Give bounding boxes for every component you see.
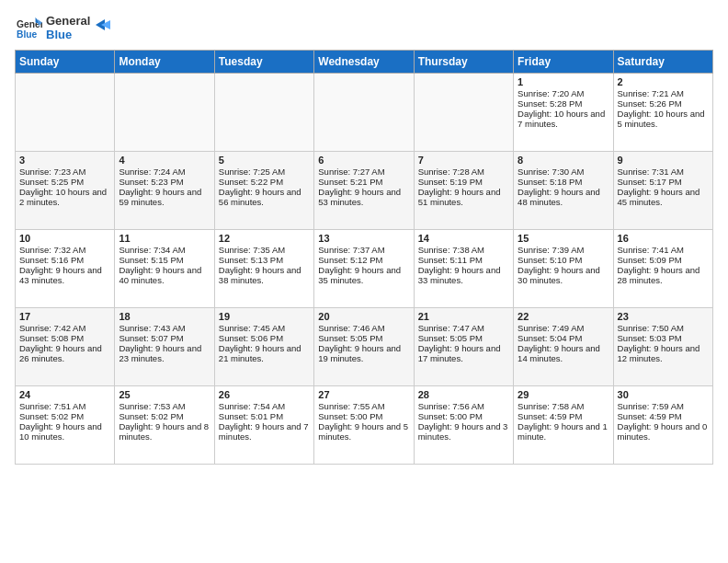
day-number: 7	[418, 155, 509, 166]
day-info: Daylight: 9 hours and 28 minutes.	[618, 265, 709, 285]
day-number: 17	[19, 311, 110, 322]
day-info: Sunset: 5:19 PM	[418, 177, 509, 187]
calendar-week-5: 24Sunrise: 7:51 AMSunset: 5:02 PMDayligh…	[16, 385, 713, 464]
calendar-cell: 6Sunrise: 7:27 AMSunset: 5:21 PMDaylight…	[314, 151, 414, 229]
day-info: Daylight: 9 hours and 10 minutes.	[19, 421, 110, 442]
day-info: Daylight: 9 hours and 14 minutes.	[518, 343, 609, 363]
day-number: 9	[618, 155, 709, 166]
day-number: 13	[318, 233, 409, 244]
day-number: 3	[19, 155, 110, 166]
day-info: Sunset: 5:17 PM	[618, 177, 709, 187]
calendar-cell: 8Sunrise: 7:30 AMSunset: 5:18 PMDaylight…	[514, 151, 613, 229]
day-info: Daylight: 9 hours and 40 minutes.	[119, 265, 210, 285]
calendar-cell: 14Sunrise: 7:38 AMSunset: 5:11 PMDayligh…	[414, 229, 513, 307]
calendar-cell: 11Sunrise: 7:34 AMSunset: 5:15 PMDayligh…	[115, 229, 214, 307]
calendar-cell: 12Sunrise: 7:35 AMSunset: 5:13 PMDayligh…	[214, 229, 313, 307]
day-info: Daylight: 9 hours and 5 minutes.	[318, 421, 409, 442]
day-info: Sunrise: 7:47 AM	[418, 323, 509, 333]
day-info: Sunrise: 7:59 AM	[618, 401, 709, 411]
day-info: Sunset: 5:10 PM	[518, 255, 609, 265]
day-number: 29	[518, 389, 609, 400]
day-info: Daylight: 9 hours and 1 minute.	[518, 421, 609, 442]
day-number: 23	[618, 311, 709, 322]
calendar-week-4: 17Sunrise: 7:42 AMSunset: 5:08 PMDayligh…	[16, 307, 713, 385]
day-info: Sunset: 5:13 PM	[219, 255, 310, 265]
day-number: 12	[219, 233, 310, 244]
day-info: Sunrise: 7:28 AM	[418, 167, 509, 177]
day-number: 24	[19, 389, 110, 400]
day-info: Daylight: 9 hours and 56 minutes.	[219, 187, 310, 207]
day-info: Daylight: 9 hours and 26 minutes.	[19, 343, 110, 363]
calendar-cell: 25Sunrise: 7:53 AMSunset: 5:02 PMDayligh…	[115, 385, 214, 464]
calendar-cell: 20Sunrise: 7:46 AMSunset: 5:05 PMDayligh…	[314, 307, 414, 385]
calendar-cell: 24Sunrise: 7:51 AMSunset: 5:02 PMDayligh…	[16, 385, 115, 464]
calendar-cell: 28Sunrise: 7:56 AMSunset: 5:00 PMDayligh…	[414, 385, 513, 464]
day-number: 6	[318, 155, 409, 166]
day-number: 10	[19, 233, 110, 244]
calendar-cell: 22Sunrise: 7:49 AMSunset: 5:04 PMDayligh…	[514, 307, 613, 385]
day-info: Sunset: 5:18 PM	[518, 177, 609, 187]
day-info: Sunrise: 7:56 AM	[418, 401, 509, 411]
day-info: Daylight: 9 hours and 59 minutes.	[119, 187, 210, 207]
calendar-table: SundayMondayTuesdayWednesdayThursdayFrid…	[15, 50, 713, 465]
day-number: 21	[418, 311, 509, 322]
day-info: Sunset: 5:02 PM	[119, 411, 210, 421]
day-number: 8	[518, 155, 609, 166]
day-info: Sunset: 5:00 PM	[318, 411, 409, 421]
logo-general: General	[46, 14, 90, 28]
day-info: Sunrise: 7:31 AM	[618, 167, 709, 177]
logo-icon: General Blue	[17, 16, 42, 41]
day-info: Sunset: 5:22 PM	[219, 177, 310, 187]
day-info: Daylight: 9 hours and 19 minutes.	[318, 343, 409, 363]
day-info: Sunset: 5:05 PM	[418, 333, 509, 343]
day-number: 28	[418, 389, 509, 400]
page-header: General Blue General Blue	[15, 15, 713, 42]
day-number: 30	[618, 389, 709, 400]
calendar-cell: 19Sunrise: 7:45 AMSunset: 5:06 PMDayligh…	[214, 307, 313, 385]
day-info: Daylight: 9 hours and 43 minutes.	[19, 265, 110, 285]
calendar-cell: 3Sunrise: 7:23 AMSunset: 5:25 PMDaylight…	[16, 151, 115, 229]
calendar-cell	[115, 73, 214, 151]
day-number: 1	[518, 76, 609, 87]
calendar-cell: 9Sunrise: 7:31 AMSunset: 5:17 PMDaylight…	[613, 151, 712, 229]
day-info: Sunset: 5:12 PM	[318, 255, 409, 265]
svg-text:Blue: Blue	[17, 29, 38, 40]
day-info: Sunrise: 7:23 AM	[19, 167, 110, 177]
calendar-cell	[214, 73, 313, 151]
day-info: Sunrise: 7:50 AM	[618, 323, 709, 333]
day-info: Daylight: 10 hours and 7 minutes.	[518, 109, 609, 129]
day-number: 26	[219, 389, 310, 400]
day-info: Sunrise: 7:51 AM	[19, 401, 110, 411]
calendar-cell: 5Sunrise: 7:25 AMSunset: 5:22 PMDaylight…	[214, 151, 313, 229]
day-info: Sunset: 5:26 PM	[618, 98, 709, 109]
day-info: Sunrise: 7:38 AM	[418, 245, 509, 255]
day-number: 18	[119, 311, 210, 322]
col-header-wednesday: Wednesday	[314, 50, 414, 73]
day-info: Sunset: 5:00 PM	[418, 411, 509, 421]
day-info: Sunset: 5:15 PM	[119, 255, 210, 265]
calendar-cell: 26Sunrise: 7:54 AMSunset: 5:01 PMDayligh…	[214, 385, 313, 464]
day-number: 16	[618, 233, 709, 244]
day-info: Sunset: 5:28 PM	[518, 98, 609, 109]
day-info: Sunrise: 7:30 AM	[518, 167, 609, 177]
logo-blue: Blue	[46, 28, 72, 41]
day-info: Sunset: 4:59 PM	[618, 411, 709, 421]
day-info: Daylight: 9 hours and 33 minutes.	[418, 265, 509, 285]
calendar-week-3: 10Sunrise: 7:32 AMSunset: 5:16 PMDayligh…	[16, 229, 713, 307]
day-info: Daylight: 9 hours and 21 minutes.	[219, 343, 310, 363]
day-info: Sunset: 5:16 PM	[19, 255, 110, 265]
day-info: Sunrise: 7:55 AM	[318, 401, 409, 411]
day-info: Sunset: 5:03 PM	[618, 333, 709, 343]
calendar-cell: 13Sunrise: 7:37 AMSunset: 5:12 PMDayligh…	[314, 229, 414, 307]
calendar-cell: 23Sunrise: 7:50 AMSunset: 5:03 PMDayligh…	[613, 307, 712, 385]
logo: General Blue General Blue	[15, 15, 110, 42]
calendar-cell: 17Sunrise: 7:42 AMSunset: 5:08 PMDayligh…	[16, 307, 115, 385]
day-info: Daylight: 9 hours and 17 minutes.	[418, 343, 509, 363]
calendar-cell: 18Sunrise: 7:43 AMSunset: 5:07 PMDayligh…	[115, 307, 214, 385]
logo-arrow-icon	[92, 16, 110, 34]
day-info: Sunset: 5:02 PM	[19, 411, 110, 421]
day-info: Sunrise: 7:39 AM	[518, 245, 609, 255]
calendar-cell	[314, 73, 414, 151]
day-info: Sunset: 5:11 PM	[418, 255, 509, 265]
day-info: Sunrise: 7:24 AM	[119, 167, 210, 177]
